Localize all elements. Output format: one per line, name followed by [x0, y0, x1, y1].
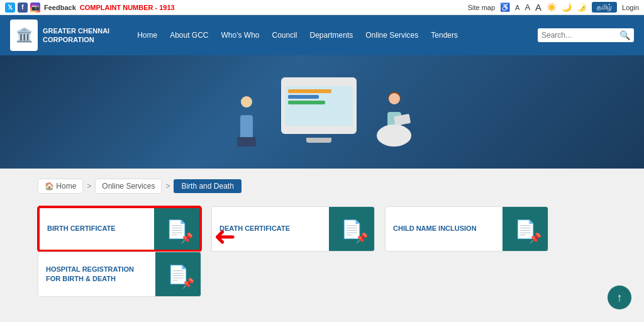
- red-arrow: ➜: [214, 221, 236, 252]
- hero-illustration: [225, 71, 419, 153]
- header: 🏛️ GREATER CHENNAI CORPORATION Home Abou…: [0, 15, 644, 55]
- breadcrumb-sep2: >: [165, 182, 170, 191]
- breadcrumb-online-services[interactable]: Online Services: [95, 179, 162, 194]
- scroll-up-button[interactable]: ↑: [608, 286, 631, 309]
- person1-figure: [231, 96, 262, 147]
- hospital-reg-label: HOSPITAL REGISTRATION FOR BIRTH & DEATH: [38, 257, 155, 292]
- cards-row-2: HOSPITAL REGISTRATION FOR BIRTH & DEATH …: [38, 252, 606, 297]
- logo-shield: 🏛️: [10, 19, 38, 51]
- death-certificate-card[interactable]: DEATH CERTIFICATE 📄 📌: [211, 206, 375, 252]
- nav-council[interactable]: Council: [267, 28, 303, 42]
- instagram-icon[interactable]: 📷: [30, 3, 40, 13]
- monitor-illustration: [281, 77, 357, 134]
- font-small-button[interactable]: A: [515, 4, 519, 11]
- theme-dark-icon[interactable]: 🌙: [562, 3, 572, 12]
- death-pin-icon: 📌: [355, 232, 368, 244]
- facebook-icon[interactable]: f: [18, 3, 28, 13]
- font-mid-button[interactable]: A: [525, 3, 530, 12]
- child-name-label: CHILD NAME INCLUSION: [386, 216, 502, 241]
- cards-row-1: BIRTH CERTIFICATE 📄 📌 DEATH CERTIFICATE …: [38, 206, 606, 252]
- hero-banner: [0, 55, 644, 169]
- nav-home[interactable]: Home: [132, 28, 162, 42]
- hospital-reg-icon-area: 📄 📌: [155, 252, 201, 297]
- death-cert-icon-area: 📄 📌: [329, 206, 374, 252]
- logo-area: 🏛️ GREATER CHENNAI CORPORATION: [10, 19, 109, 51]
- nav-menu: Home About GCC Who's Who Council Departm…: [132, 28, 528, 42]
- twitter-icon[interactable]: 𝕏: [5, 3, 15, 13]
- nav-tenders[interactable]: Tenders: [426, 28, 463, 42]
- search-box: 🔍: [538, 28, 634, 42]
- breadcrumb: 🏠 Home > Online Services > Birth and Dea…: [38, 179, 606, 194]
- top-bar: 𝕏 f 📷 Feedback COMPLAINT NUMBER - 1913 S…: [0, 0, 644, 15]
- login-link[interactable]: Login: [622, 4, 639, 11]
- hospital-registration-card[interactable]: HOSPITAL REGISTRATION FOR BIRTH & DEATH …: [38, 252, 201, 297]
- complaint-label: COMPLAINT NUMBER - 1913: [80, 4, 175, 11]
- breadcrumb-sep1: >: [87, 182, 91, 191]
- theme-light-icon[interactable]: ☀️: [547, 3, 557, 12]
- theme-red-icon[interactable]: 🌛: [577, 3, 587, 12]
- font-large-button[interactable]: A: [535, 2, 541, 13]
- nav-about[interactable]: About GCC: [165, 28, 213, 42]
- search-input[interactable]: [541, 31, 617, 40]
- accessibility-icon: ♿: [500, 3, 510, 12]
- feedback-label[interactable]: Feedback: [44, 4, 76, 11]
- org-name: GREATER CHENNAI CORPORATION: [43, 26, 109, 45]
- breadcrumb-home[interactable]: 🏠 Home: [38, 179, 83, 194]
- birth-certificate-card[interactable]: BIRTH CERTIFICATE 📄 📌: [38, 206, 201, 252]
- nav-online-services[interactable]: Online Services: [360, 28, 423, 42]
- child-pin-icon: 📌: [529, 232, 541, 244]
- nav-whos-who[interactable]: Who's Who: [216, 28, 265, 42]
- birth-certificate-label: BIRTH CERTIFICATE: [40, 216, 154, 241]
- top-bar-right: Site map ♿ A A A ☀️ 🌙 🌛 தமிழ் Login: [468, 2, 639, 13]
- person2-figure: [375, 90, 413, 147]
- language-button[interactable]: தமிழ்: [592, 2, 617, 13]
- child-name-card[interactable]: CHILD NAME INCLUSION 📄 📌: [385, 206, 548, 252]
- search-button[interactable]: 🔍: [619, 30, 630, 40]
- nav-departments[interactable]: Departments: [305, 28, 358, 42]
- birth-cert-icon-area: 📄 📌: [154, 206, 199, 252]
- sitemap-link[interactable]: Site map: [468, 4, 495, 11]
- hospital-pin-icon: 📌: [182, 277, 194, 289]
- child-name-icon-area: 📄 📌: [502, 206, 548, 252]
- breadcrumb-current: Birth and Death: [174, 179, 241, 193]
- content-area: 🏠 Home > Online Services > Birth and Dea…: [0, 169, 644, 317]
- birth-pin-icon: 📌: [180, 232, 193, 244]
- social-links: 𝕏 f 📷: [5, 3, 40, 13]
